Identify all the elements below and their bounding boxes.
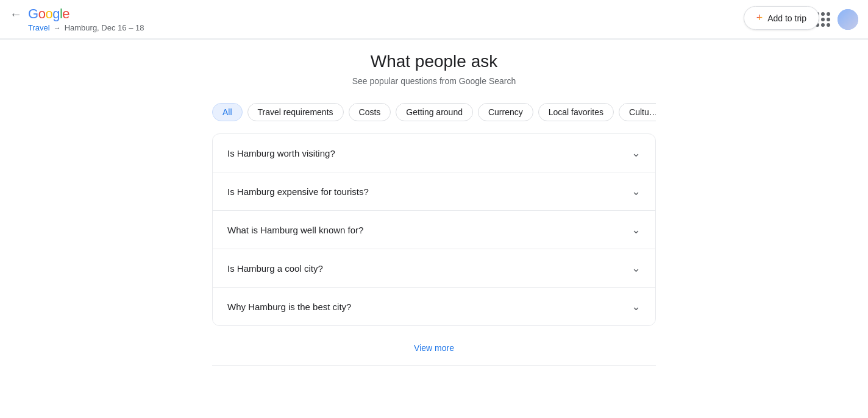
header: ← Google Travel → Hamburg, Dec 16 – 18 +…: [0, 0, 868, 39]
travel-link[interactable]: Travel: [28, 23, 50, 32]
breadcrumb: Travel → Hamburg, Dec 16 – 18: [10, 23, 144, 32]
chevron-down-icon-1: ⌄: [631, 185, 641, 198]
chevron-down-icon-0: ⌄: [631, 146, 641, 160]
filter-chip-1[interactable]: Travel requirements: [247, 103, 344, 121]
page-subtitle: See popular questions from Google Search: [212, 76, 656, 86]
filter-chip-2[interactable]: Costs: [349, 103, 391, 121]
add-to-trip-button[interactable]: + Add to trip: [744, 6, 819, 30]
back-button[interactable]: ←: [10, 7, 22, 21]
google-logo: Google: [28, 6, 69, 22]
chevron-down-icon-2: ⌄: [631, 223, 641, 236]
filter-chip-3[interactable]: Getting around: [396, 103, 473, 121]
plus-icon: +: [756, 12, 763, 24]
header-right: [816, 9, 858, 30]
chevron-down-icon-3: ⌄: [631, 261, 641, 275]
avatar-image: [838, 9, 858, 30]
avatar[interactable]: [838, 9, 858, 30]
faq-item-4[interactable]: Why Hamburg is the best city?⌄: [213, 288, 655, 325]
faq-question-0: Is Hamburg worth visiting?: [227, 148, 335, 158]
faq-item-0[interactable]: Is Hamburg worth visiting?⌄: [213, 134, 655, 172]
chevron-down-icon-4: ⌄: [631, 300, 641, 313]
breadcrumb-arrow: →: [54, 24, 61, 32]
faq-question-1: Is Hamburg expensive for tourists?: [227, 186, 369, 197]
faq-question-2: What is Hamburg well known for?: [227, 225, 363, 235]
add-to-trip-label: Add to trip: [767, 13, 806, 23]
filter-chip-0[interactable]: All: [212, 103, 243, 121]
faq-question-3: Is Hamburg a cool city?: [227, 263, 323, 274]
destination-label: Hamburg, Dec 16 – 18: [65, 23, 144, 32]
faq-question-4: Why Hamburg is the best city?: [227, 302, 351, 312]
logo-area: ← Google: [10, 6, 144, 22]
filter-chip-6[interactable]: Cultu…: [619, 103, 656, 121]
bottom-divider: [212, 365, 656, 366]
filter-chips: AllTravel requirementsCostsGetting aroun…: [212, 103, 656, 121]
page-title: What people ask: [212, 52, 656, 71]
faq-container: Is Hamburg worth visiting?⌄Is Hamburg ex…: [212, 133, 656, 326]
faq-item-2[interactable]: What is Hamburg well known for?⌄: [213, 211, 655, 249]
view-more-button[interactable]: View more: [212, 336, 656, 360]
faq-item-1[interactable]: Is Hamburg expensive for tourists?⌄: [213, 172, 655, 211]
faq-item-3[interactable]: Is Hamburg a cool city?⌄: [213, 249, 655, 288]
header-left: ← Google Travel → Hamburg, Dec 16 – 18: [10, 6, 144, 32]
main-content: What people ask See popular questions fr…: [202, 40, 666, 378]
filter-chip-4[interactable]: Currency: [478, 103, 533, 121]
filter-chip-5[interactable]: Local favorites: [538, 103, 614, 121]
